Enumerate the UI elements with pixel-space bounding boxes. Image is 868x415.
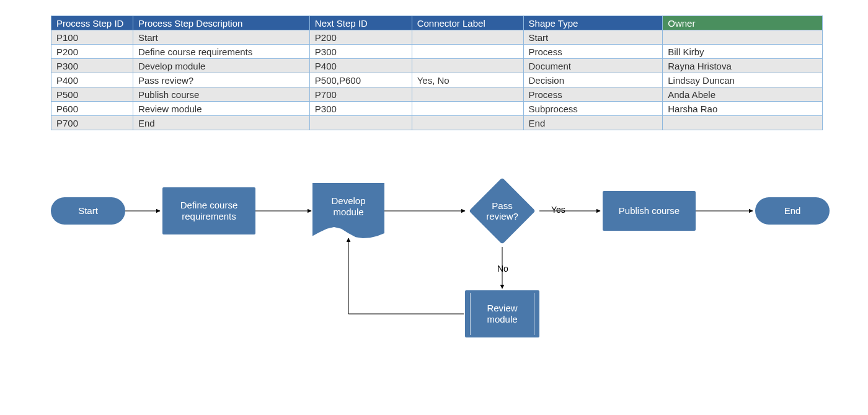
table-row: P200 Define course requirements P300 Pro… xyxy=(51,45,823,59)
col-shape-type: Shape Type xyxy=(523,16,663,30)
col-next-id: Next Step ID xyxy=(309,16,412,30)
table-row: P100 Start P200 Start xyxy=(51,30,823,45)
node-pass-review-decision: Pass review? xyxy=(467,176,537,246)
table-row: P300 Develop module P400 Document Rayna … xyxy=(51,59,823,73)
node-label: End xyxy=(784,205,801,216)
node-label: Define course requirements xyxy=(180,200,238,222)
table-row: P600 Review module P300 Subprocess Harsh… xyxy=(51,102,823,116)
table-row: P700 End End xyxy=(51,116,823,130)
node-start: Start xyxy=(51,197,125,225)
node-review-module: Review module xyxy=(465,290,539,337)
table-row: P400 Pass review? P500,P600 Yes, No Deci… xyxy=(51,73,823,87)
node-end: End xyxy=(755,197,830,225)
process-map-table: Process Step ID Process Step Description… xyxy=(51,16,823,130)
node-label: Start xyxy=(78,205,98,216)
node-label: Review module xyxy=(487,303,517,325)
node-publish-course: Publish course xyxy=(603,191,696,231)
node-define-course-requirements: Define course requirements xyxy=(162,187,255,234)
col-description: Process Step Description xyxy=(133,16,309,30)
edge-label-yes: Yes xyxy=(550,205,567,215)
col-step-id: Process Step ID xyxy=(51,16,133,30)
col-owner: Owner xyxy=(663,16,823,30)
edge-label-no: No xyxy=(496,264,510,274)
flowchart: Start Define course requirements Develop… xyxy=(51,180,832,385)
col-connector: Connector Label xyxy=(412,16,523,30)
node-develop-module: Develop module xyxy=(312,183,384,239)
table-row: P500 Publish course P700 Process Anda Ab… xyxy=(51,87,823,102)
node-label: Publish course xyxy=(619,205,680,216)
node-label: Pass review? xyxy=(486,200,518,222)
node-label: Develop module xyxy=(331,195,365,218)
